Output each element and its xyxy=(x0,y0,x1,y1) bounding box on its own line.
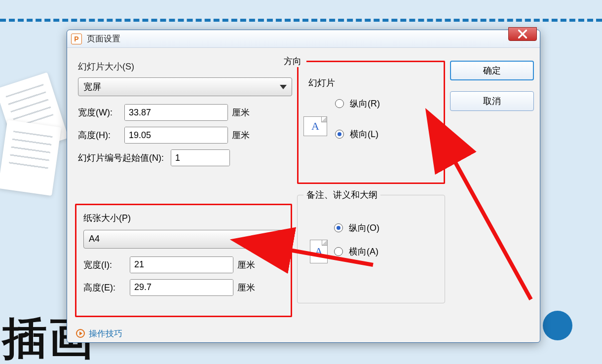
unit-label: 厘米 xyxy=(237,259,255,271)
paper-size-group: 纸张大小(P) A4 宽度(I): 厘米 高度(E): 厘米 xyxy=(75,204,292,317)
slide-number-label: 幻灯片编号起始值(N): xyxy=(78,152,167,164)
dialog-title: 页面设置 xyxy=(87,33,120,44)
chevron-down-icon xyxy=(280,85,287,89)
radio-notes-portrait-label: 纵向(O) xyxy=(349,222,379,234)
dialog-body: 幻灯片大小(S) 宽屏 宽度(W): 厘米 高度(H): 厘米 xyxy=(67,48,540,325)
close-button[interactable] xyxy=(508,27,537,41)
radio-notes-landscape-label: 横向(A) xyxy=(349,246,378,257)
paper-height-input[interactable] xyxy=(130,280,233,295)
page-landscape-icon: A xyxy=(303,116,327,136)
app-icon: P xyxy=(71,34,82,44)
dialog-footer: 操作技巧 xyxy=(67,325,540,342)
slide-height-label: 高度(H): xyxy=(78,129,120,141)
radio-slides-landscape-label: 横向(L) xyxy=(350,128,378,140)
slide-width-input[interactable] xyxy=(125,105,228,120)
radio-notes-landscape[interactable] xyxy=(334,247,343,256)
paper-size-preset-value: A4 xyxy=(89,234,100,244)
radio-slides-portrait[interactable] xyxy=(335,99,344,108)
orientation-notes-title: 备注、讲义和大纲 xyxy=(303,189,380,201)
bg-paper-decor xyxy=(0,120,61,196)
slide-width-spinner[interactable] xyxy=(124,104,228,121)
orientation-group-legend: 方向 xyxy=(279,55,306,67)
orientation-notes-group: 备注、讲义和大纲 A 纵向(O) 横向(A) xyxy=(297,195,445,303)
radio-notes-portrait[interactable] xyxy=(334,223,343,232)
slide-size-group: 幻灯片大小(S) 宽屏 宽度(W): 厘米 高度(H): 厘米 xyxy=(75,61,292,199)
paper-size-legend: 纸张大小(P) xyxy=(83,212,284,224)
slide-size-legend: 幻灯片大小(S) xyxy=(78,61,292,73)
page-setup-dialog: P 页面设置 幻灯片大小(S) 宽屏 宽度(W): 厘米 高度(H): xyxy=(67,30,540,343)
paper-height-spinner[interactable] xyxy=(130,279,233,296)
slide-height-spinner[interactable] xyxy=(124,127,228,144)
bg-blue-circle xyxy=(543,311,572,340)
slide-width-label: 宽度(W): xyxy=(78,107,120,118)
paper-width-spinner[interactable] xyxy=(130,256,233,273)
ok-button[interactable]: 确定 xyxy=(450,61,534,80)
bg-dashed-line xyxy=(0,19,602,22)
page-portrait-icon: A xyxy=(310,240,328,263)
radio-slides-portrait-label: 纵向(R) xyxy=(350,98,380,109)
tips-link[interactable]: 操作技巧 xyxy=(89,328,122,339)
chevron-down-icon xyxy=(271,237,278,241)
radio-slides-landscape[interactable] xyxy=(335,130,344,139)
orientation-column: 方向 幻灯片 A 纵向(R) 横向(L) 备注、讲义和大纲 A 纵向(O xyxy=(297,54,445,321)
unit-label: 厘米 xyxy=(237,282,255,293)
slide-number-input[interactable] xyxy=(171,150,230,166)
paper-width-input[interactable] xyxy=(130,257,233,273)
paper-width-label: 宽度(I): xyxy=(83,259,126,271)
slide-number-spinner[interactable] xyxy=(171,149,230,166)
slide-size-preset-value: 宽屏 xyxy=(83,81,101,93)
unit-label: 厘米 xyxy=(232,129,250,141)
paper-height-label: 高度(E): xyxy=(83,282,126,293)
dialog-buttons: 确定 取消 xyxy=(450,54,534,203)
orientation-slides-group: 方向 幻灯片 A 纵向(R) 横向(L) xyxy=(297,61,445,184)
titlebar: P 页面设置 xyxy=(67,30,540,48)
unit-label: 厘米 xyxy=(232,107,250,118)
paper-size-preset-combo[interactable]: A4 xyxy=(83,230,284,249)
orientation-slides-title: 幻灯片 xyxy=(308,77,437,89)
play-circle-icon xyxy=(76,329,85,338)
slide-height-input[interactable] xyxy=(125,127,228,143)
slide-size-preset-combo[interactable]: 宽屏 xyxy=(78,77,292,96)
cancel-button[interactable]: 取消 xyxy=(450,91,534,111)
